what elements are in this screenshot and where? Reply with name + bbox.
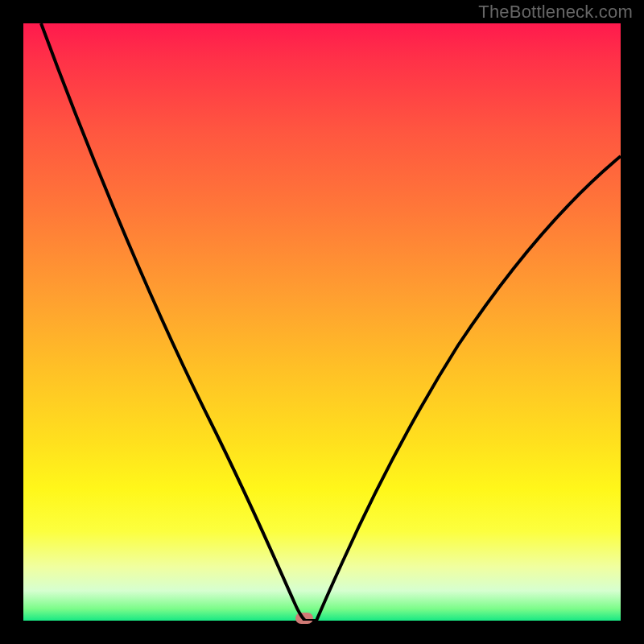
plot-area [23,23,621,621]
curve-path [41,23,621,621]
chart-frame: TheBottleneck.com [0,0,644,644]
bottleneck-curve [23,23,621,621]
watermark-text: TheBottleneck.com [478,2,633,23]
